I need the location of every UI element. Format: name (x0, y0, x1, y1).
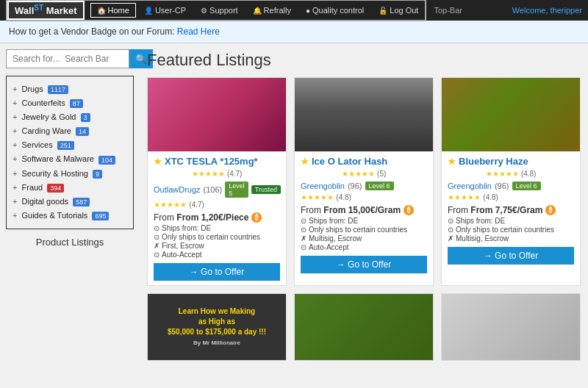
top-bar-label: Top-Bar (434, 6, 462, 15)
username: theripper (551, 6, 582, 15)
listing-image-1 (148, 78, 286, 151)
listing-body-1: ★ XTC TESLA *125mg* ★★★★★ (4.7) OutlawDr… (148, 151, 286, 285)
product-listings-label: Product Listings (6, 237, 134, 248)
second-card-2 (294, 293, 434, 361)
guides-badge: 695 (92, 212, 109, 220)
nav-home[interactable]: 🏠 Home (90, 3, 136, 18)
category-drugs[interactable]: + Drugs 1117 (12, 82, 127, 96)
star-icon-3: ★ (448, 157, 456, 167)
escrow1-1: ✗ First, Escrow (154, 242, 280, 250)
category-services[interactable]: + Services 251 (12, 138, 127, 152)
listing-title-2: ★ Ice O Lator Hash (301, 156, 427, 167)
level-badge-2: Level 6 (365, 182, 394, 190)
second-card-3 (441, 293, 581, 361)
trusted-badge-1: Trusted (251, 185, 281, 194)
top-bar: WallST Market 🏠 Home 👤 User-CP ⚙ Support… (0, 0, 588, 21)
logo-superscript: ST (34, 4, 43, 12)
bitcoin-icon-2: ₿ (404, 205, 414, 215)
ad-card-1: Learn How we Making as High as $50,000 t… (147, 293, 287, 361)
star-icon-2: ★ (301, 157, 309, 167)
ad-text-1: Learn How we Making as High as $50,000 t… (164, 299, 270, 355)
logout-icon: 🔓 (379, 7, 387, 15)
sidebar: 🔍 + Drugs 1117 + Counterfeits 87 + Jewel… (0, 43, 140, 368)
listing-rating-3: ★★★★★ (4.8) (448, 168, 574, 179)
welcome-message: Welcome, theripper (512, 6, 582, 15)
category-carding[interactable]: + Carding Ware 14 (12, 124, 127, 138)
ships-from-3: ⊙ Ships from: DE (448, 217, 574, 225)
counterfeits-badge: 87 (70, 99, 83, 108)
listing-title-1: ★ XTC TESLA *125mg* (154, 156, 280, 167)
go-to-offer-btn-1[interactable]: → Go to Offer (154, 263, 280, 281)
listing-image-3 (442, 78, 580, 151)
nav-support[interactable]: ⚙ Support (194, 3, 245, 18)
digital-badge: 587 (73, 198, 90, 206)
category-fraud[interactable]: + Fraud 394 (12, 181, 127, 195)
nav-refrally[interactable]: 🔔 Refrally (246, 3, 298, 18)
category-counterfeits[interactable]: + Counterfeits 87 (12, 96, 127, 110)
category-security[interactable]: + Security & Hosting 9 (12, 167, 127, 181)
escrow1-3: ✗ Multisig, Escrow (448, 234, 574, 242)
user-icon: 👤 (144, 7, 153, 15)
escrow2-1: ⊙ Auto-Accept (154, 251, 280, 259)
ships-to-3: ⊙ Only ships to certain countries (448, 226, 574, 234)
level-badge-3: Level 6 (512, 182, 541, 190)
nav-user-cp[interactable]: 👤 User-CP (137, 3, 193, 18)
ships-to-2: ⊙ Only ships to certain countries (301, 226, 427, 234)
go-to-offer-btn-2[interactable]: → Go to Offer (301, 256, 427, 273)
logo-nav-group: WallST Market 🏠 Home 👤 User-CP ⚙ Support… (6, 0, 426, 21)
support-icon: ⚙ (201, 7, 207, 15)
carding-badge: 14 (76, 127, 89, 136)
star-icon-1: ★ (154, 157, 162, 167)
ships-to-1: ⊙ Only ships to certain countries (154, 233, 280, 241)
services-badge: 251 (57, 141, 74, 150)
home-icon: 🏠 (97, 7, 106, 15)
listing-card-2: ★ Ice O Lator Hash ★★★★★ (5) Greengoblin… (294, 77, 434, 286)
jewelry-badge: 3 (81, 113, 90, 122)
listing-image-2 (295, 78, 433, 151)
listing-body-2: ★ Ice O Lator Hash ★★★★★ (5) Greengoblin… (295, 151, 433, 278)
price-row-1: From From 1,20€/Piece ₿ (154, 212, 280, 223)
price-row-2: From From 15,00€/Gram ₿ (301, 205, 427, 215)
quality-icon: ● (306, 7, 310, 15)
second-row-grid: Learn How we Making as High as $50,000 t… (147, 293, 581, 361)
info-banner: How to get a Vendor Badge on our Forum: … (0, 21, 588, 43)
category-jewelry[interactable]: + Jewelry & Gold 3 (12, 110, 127, 124)
listing-title-3: ★ Blueberry Haze (448, 156, 574, 167)
featured-title: Featured Listings (147, 51, 581, 70)
listing-rating-1: ★★★★★ (4.7) (154, 168, 280, 179)
listing-card-1: ★ XTC TESLA *125mg* ★★★★★ (4.7) OutlawDr… (147, 77, 287, 286)
seller-row-3: Greengoblin (96) Level 6 (448, 182, 574, 190)
escrow2-2: ⊙ Auto-Accept (301, 243, 427, 251)
listing-card-3: ★ Blueberry Haze ★★★★★ (4.8) Greengoblin… (441, 77, 581, 286)
search-input[interactable] (6, 49, 129, 68)
bitcoin-icon-1: ₿ (251, 212, 262, 223)
go-to-offer-btn-3[interactable]: → Go to Offer (448, 247, 574, 265)
listings-grid: ★ XTC TESLA *125mg* ★★★★★ (4.7) OutlawDr… (147, 77, 581, 286)
security-badge: 9 (93, 170, 102, 179)
nav-quality-control[interactable]: ● Quality control (299, 3, 370, 18)
escrow1-2: ✗ Multisig, Escrow (301, 234, 427, 242)
ships-from-1: ⊙ Ships from: DE (154, 224, 280, 232)
category-digital[interactable]: + Digital goods 587 (12, 195, 127, 209)
content-area: Featured Listings ★ XTC TESLA *125mg* ★★… (140, 43, 588, 368)
fraud-badge: 394 (47, 184, 64, 193)
second-image-3 (442, 294, 580, 360)
software-badge: 104 (98, 156, 115, 165)
category-box: + Drugs 1117 + Counterfeits 87 + Jewelry… (6, 76, 134, 229)
seller-row-1: OutlawDrugz (106) Level 5 Trusted (154, 182, 280, 198)
seller-row-2: Greengoblin (96) Level 6 (301, 182, 427, 190)
search-bar-container: 🔍 (6, 49, 134, 68)
level-badge-1: Level 5 (225, 182, 248, 198)
bitcoin-icon-3: ₿ (545, 205, 556, 215)
nav-logout[interactable]: 🔓 Log Out (372, 3, 425, 18)
listing-body-3: ★ Blueberry Haze ★★★★★ (4.8) Greengoblin… (442, 151, 580, 269)
category-guides[interactable]: + Guides & Tutorials 695 (12, 209, 127, 223)
refrally-icon: 🔔 (253, 7, 262, 15)
main-layout: 🔍 + Drugs 1117 + Counterfeits 87 + Jewel… (0, 43, 588, 368)
second-image-2 (295, 294, 433, 360)
drugs-badge: 1117 (48, 85, 68, 94)
logo: WallST Market (7, 1, 85, 19)
category-software[interactable]: + Software & Malware 104 (12, 152, 127, 166)
price-row-3: From From 7,75€/Gram ₿ (448, 205, 574, 215)
read-here-link[interactable]: Read Here (177, 26, 220, 37)
